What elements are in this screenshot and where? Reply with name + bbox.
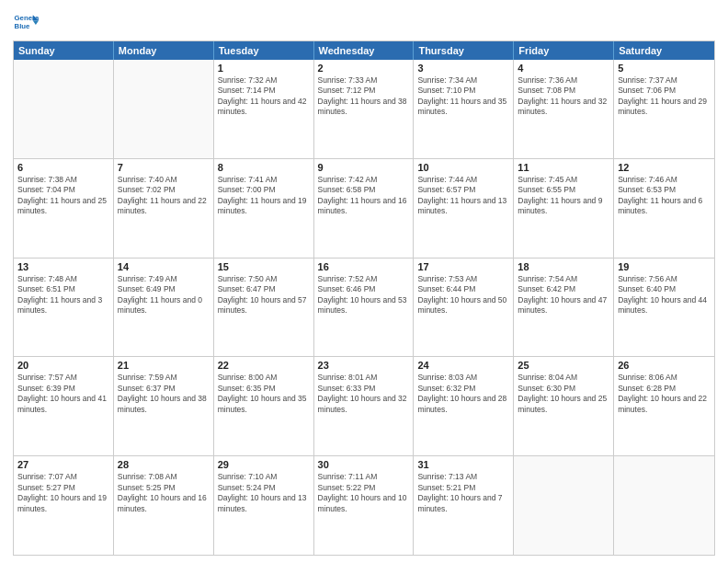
calendar-cell: 8Sunrise: 7:41 AM Sunset: 7:00 PM Daylig… — [214, 159, 314, 258]
calendar-cell: 14Sunrise: 7:49 AM Sunset: 6:49 PM Dayli… — [114, 259, 214, 357]
calendar-cell: 31Sunrise: 7:13 AM Sunset: 5:21 PM Dayli… — [414, 456, 514, 555]
calendar-week-row: 1Sunrise: 7:32 AM Sunset: 7:14 PM Daylig… — [14, 60, 714, 158]
day-number: 17 — [417, 261, 509, 272]
calendar-week-row: 27Sunrise: 7:07 AM Sunset: 5:27 PM Dayli… — [14, 455, 714, 555]
day-number: 12 — [618, 162, 711, 173]
day-info: Sunrise: 7:54 AM Sunset: 6:42 PM Dayligh… — [518, 274, 609, 316]
header-cell-tuesday: Tuesday — [214, 41, 314, 60]
day-number: 11 — [518, 162, 609, 173]
day-number: 22 — [218, 360, 310, 371]
calendar-cell: 23Sunrise: 8:01 AM Sunset: 6:33 PM Dayli… — [314, 357, 415, 455]
day-info: Sunrise: 7:46 AM Sunset: 6:53 PM Dayligh… — [618, 175, 711, 217]
calendar: SundayMondayTuesdayWednesdayThursdayFrid… — [13, 40, 715, 556]
day-info: Sunrise: 7:32 AM Sunset: 7:14 PM Dayligh… — [218, 75, 310, 118]
logo: General Blue — [13, 9, 40, 35]
calendar-cell: 27Sunrise: 7:07 AM Sunset: 5:27 PM Dayli… — [14, 456, 114, 555]
calendar-header-row: SundayMondayTuesdayWednesdayThursdayFrid… — [14, 41, 714, 60]
calendar-cell: 13Sunrise: 7:48 AM Sunset: 6:51 PM Dayli… — [14, 259, 114, 357]
calendar-week-row: 13Sunrise: 7:48 AM Sunset: 6:51 PM Dayli… — [14, 258, 714, 357]
calendar-cell: 26Sunrise: 8:06 AM Sunset: 6:28 PM Dayli… — [614, 357, 714, 455]
day-info: Sunrise: 7:52 AM Sunset: 6:46 PM Dayligh… — [318, 274, 410, 316]
day-number: 14 — [118, 261, 210, 272]
header-cell-wednesday: Wednesday — [314, 41, 415, 60]
day-info: Sunrise: 7:07 AM Sunset: 5:27 PM Dayligh… — [17, 472, 109, 514]
calendar-week-row: 20Sunrise: 7:57 AM Sunset: 6:39 PM Dayli… — [14, 356, 714, 455]
day-number: 5 — [618, 63, 711, 74]
day-number: 6 — [17, 162, 109, 173]
calendar-cell: 15Sunrise: 7:50 AM Sunset: 6:47 PM Dayli… — [214, 259, 314, 357]
calendar-cell: 21Sunrise: 7:59 AM Sunset: 6:37 PM Dayli… — [114, 357, 214, 455]
header-cell-saturday: Saturday — [614, 41, 714, 60]
calendar-cell — [614, 456, 714, 555]
calendar-cell: 1Sunrise: 7:32 AM Sunset: 7:14 PM Daylig… — [214, 60, 314, 158]
header-cell-friday: Friday — [514, 41, 614, 60]
calendar-cell: 30Sunrise: 7:11 AM Sunset: 5:22 PM Dayli… — [314, 456, 415, 555]
day-number: 23 — [318, 360, 410, 371]
day-number: 24 — [417, 360, 509, 371]
day-number: 29 — [218, 459, 310, 470]
day-number: 28 — [118, 459, 210, 470]
day-info: Sunrise: 7:44 AM Sunset: 6:57 PM Dayligh… — [417, 175, 509, 217]
day-number: 19 — [618, 261, 711, 272]
day-info: Sunrise: 7:59 AM Sunset: 6:37 PM Dayligh… — [118, 373, 210, 415]
day-info: Sunrise: 7:48 AM Sunset: 6:51 PM Dayligh… — [17, 274, 109, 316]
calendar-cell: 18Sunrise: 7:54 AM Sunset: 6:42 PM Dayli… — [514, 259, 614, 357]
day-info: Sunrise: 7:36 AM Sunset: 7:08 PM Dayligh… — [518, 75, 609, 118]
calendar-cell: 16Sunrise: 7:52 AM Sunset: 6:46 PM Dayli… — [314, 259, 415, 357]
day-number: 27 — [17, 459, 109, 470]
day-info: Sunrise: 7:42 AM Sunset: 6:58 PM Dayligh… — [318, 175, 410, 217]
day-number: 16 — [318, 261, 410, 272]
day-number: 20 — [17, 360, 109, 371]
day-number: 25 — [518, 360, 609, 371]
day-number: 26 — [618, 360, 711, 371]
calendar-cell: 20Sunrise: 7:57 AM Sunset: 6:39 PM Dayli… — [14, 357, 114, 455]
day-info: Sunrise: 8:06 AM Sunset: 6:28 PM Dayligh… — [618, 373, 711, 415]
calendar-cell: 3Sunrise: 7:34 AM Sunset: 7:10 PM Daylig… — [414, 60, 514, 158]
svg-text:Blue: Blue — [15, 22, 31, 30]
calendar-cell: 7Sunrise: 7:40 AM Sunset: 7:02 PM Daylig… — [114, 159, 214, 258]
day-info: Sunrise: 7:56 AM Sunset: 6:40 PM Dayligh… — [618, 274, 711, 316]
day-info: Sunrise: 7:41 AM Sunset: 7:00 PM Dayligh… — [218, 175, 310, 217]
day-info: Sunrise: 7:10 AM Sunset: 5:24 PM Dayligh… — [218, 472, 310, 514]
calendar-cell: 24Sunrise: 8:03 AM Sunset: 6:32 PM Dayli… — [414, 357, 514, 455]
calendar-cell — [114, 60, 214, 158]
day-info: Sunrise: 7:50 AM Sunset: 6:47 PM Dayligh… — [218, 274, 310, 316]
calendar-cell: 5Sunrise: 7:37 AM Sunset: 7:06 PM Daylig… — [614, 60, 714, 158]
day-info: Sunrise: 8:01 AM Sunset: 6:33 PM Dayligh… — [318, 373, 410, 415]
day-info: Sunrise: 7:37 AM Sunset: 7:06 PM Dayligh… — [618, 75, 711, 118]
calendar-cell: 19Sunrise: 7:56 AM Sunset: 6:40 PM Dayli… — [614, 259, 714, 357]
calendar-cell: 9Sunrise: 7:42 AM Sunset: 6:58 PM Daylig… — [314, 159, 415, 258]
day-info: Sunrise: 7:34 AM Sunset: 7:10 PM Dayligh… — [417, 75, 509, 118]
header-cell-sunday: Sunday — [14, 41, 114, 60]
day-number: 8 — [218, 162, 310, 173]
day-number: 15 — [218, 261, 310, 272]
day-info: Sunrise: 7:57 AM Sunset: 6:39 PM Dayligh… — [17, 373, 109, 415]
day-info: Sunrise: 7:40 AM Sunset: 7:02 PM Dayligh… — [118, 175, 210, 217]
calendar-cell: 28Sunrise: 7:08 AM Sunset: 5:25 PM Dayli… — [114, 456, 214, 555]
day-info: Sunrise: 7:08 AM Sunset: 5:25 PM Dayligh… — [118, 472, 210, 514]
day-number: 2 — [318, 63, 410, 74]
day-number: 10 — [417, 162, 509, 173]
calendar-cell: 11Sunrise: 7:45 AM Sunset: 6:55 PM Dayli… — [514, 159, 614, 258]
calendar-cell: 10Sunrise: 7:44 AM Sunset: 6:57 PM Dayli… — [414, 159, 514, 258]
calendar-cell: 29Sunrise: 7:10 AM Sunset: 5:24 PM Dayli… — [214, 456, 314, 555]
day-info: Sunrise: 7:13 AM Sunset: 5:21 PM Dayligh… — [417, 472, 509, 514]
calendar-cell: 4Sunrise: 7:36 AM Sunset: 7:08 PM Daylig… — [514, 60, 614, 158]
day-number: 1 — [218, 63, 310, 74]
calendar-cell: 2Sunrise: 7:33 AM Sunset: 7:12 PM Daylig… — [314, 60, 415, 158]
day-info: Sunrise: 8:03 AM Sunset: 6:32 PM Dayligh… — [417, 373, 509, 415]
calendar-cell: 6Sunrise: 7:38 AM Sunset: 7:04 PM Daylig… — [14, 159, 114, 258]
calendar-cell — [514, 456, 614, 555]
day-number: 21 — [118, 360, 210, 371]
calendar-week-row: 6Sunrise: 7:38 AM Sunset: 7:04 PM Daylig… — [14, 158, 714, 258]
day-info: Sunrise: 7:33 AM Sunset: 7:12 PM Dayligh… — [318, 75, 410, 118]
calendar-cell: 12Sunrise: 7:46 AM Sunset: 6:53 PM Dayli… — [614, 159, 714, 258]
day-info: Sunrise: 7:38 AM Sunset: 7:04 PM Dayligh… — [17, 175, 109, 217]
calendar-cell: 22Sunrise: 8:00 AM Sunset: 6:35 PM Dayli… — [214, 357, 314, 455]
header-cell-thursday: Thursday — [414, 41, 514, 60]
day-number: 31 — [417, 459, 509, 470]
day-number: 18 — [518, 261, 609, 272]
day-number: 3 — [417, 63, 509, 74]
day-info: Sunrise: 7:11 AM Sunset: 5:22 PM Dayligh… — [318, 472, 410, 514]
day-number: 30 — [318, 459, 410, 470]
